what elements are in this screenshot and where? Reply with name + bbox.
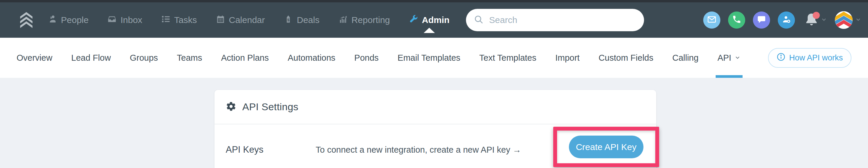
nav-item-label: People bbox=[61, 15, 89, 25]
account-avatar bbox=[835, 11, 852, 29]
chevron-down-icon bbox=[855, 16, 862, 24]
tab-label: Text Templates bbox=[479, 53, 536, 63]
admin-sub-navigation: Overview Lead Flow Groups Teams Action P… bbox=[0, 38, 868, 78]
tab-label: Groups bbox=[130, 53, 158, 63]
top-navigation-bar: People Inbox Tasks Calendar bbox=[0, 2, 868, 38]
envelope-icon bbox=[707, 15, 716, 25]
inbox-icon bbox=[107, 14, 117, 26]
svg-text:$: $ bbox=[287, 17, 289, 22]
admin-api-content: API Settings API Keys To connect a new i… bbox=[0, 78, 868, 168]
tab-action-plans[interactable]: Action Plans bbox=[221, 38, 269, 78]
nav-item-label: Admin bbox=[422, 15, 450, 25]
admin-tabs: Overview Lead Flow Groups Teams Action P… bbox=[17, 38, 741, 78]
nav-item-admin[interactable]: Admin bbox=[409, 14, 450, 26]
brand-logo[interactable] bbox=[18, 12, 34, 28]
account-menu-button[interactable] bbox=[835, 11, 862, 29]
nav-item-people[interactable]: People bbox=[48, 14, 89, 26]
tab-email-templates[interactable]: Email Templates bbox=[398, 38, 460, 78]
add-lead-action-button[interactable] bbox=[778, 11, 795, 29]
tab-calling[interactable]: Calling bbox=[672, 38, 699, 78]
call-action-button[interactable] bbox=[728, 11, 745, 29]
nav-item-inbox[interactable]: Inbox bbox=[107, 14, 142, 26]
chevron-down-icon bbox=[734, 53, 741, 63]
nav-item-label: Tasks bbox=[174, 15, 197, 25]
person-add-icon bbox=[782, 15, 791, 25]
top-nav-items: People Inbox Tasks Calendar bbox=[48, 14, 450, 26]
tab-lead-flow[interactable]: Lead Flow bbox=[71, 38, 111, 78]
tab-label: Custom Fields bbox=[598, 53, 653, 63]
how-api-works-button[interactable]: How API works bbox=[768, 48, 851, 68]
brand-chevrons-logo-icon bbox=[18, 12, 34, 28]
tab-label: Import bbox=[555, 53, 580, 63]
highlight-annotation-box: Create API Key bbox=[553, 127, 659, 167]
email-action-button[interactable] bbox=[703, 11, 720, 29]
active-section-pointer bbox=[424, 28, 435, 33]
bell-icon bbox=[804, 24, 818, 29]
api-keys-label: API Keys bbox=[226, 144, 316, 155]
nav-item-label: Calendar bbox=[229, 15, 265, 25]
tab-label: Calling bbox=[672, 53, 699, 63]
calendar-icon bbox=[216, 14, 225, 26]
tab-label: Lead Flow bbox=[71, 53, 111, 63]
text-message-action-button[interactable] bbox=[753, 11, 770, 29]
search-icon bbox=[474, 14, 484, 26]
tab-label: API bbox=[717, 53, 731, 63]
tab-overview[interactable]: Overview bbox=[17, 38, 52, 78]
window-top-strip bbox=[0, 0, 868, 2]
global-search[interactable] bbox=[466, 9, 644, 31]
nav-item-label: Reporting bbox=[351, 15, 390, 25]
chat-bubble-icon bbox=[757, 15, 766, 25]
people-icon bbox=[48, 14, 57, 26]
reporting-chart-icon bbox=[338, 14, 348, 26]
tab-label: Ponds bbox=[354, 53, 379, 63]
tab-automations[interactable]: Automations bbox=[287, 38, 335, 78]
admin-wrench-icon bbox=[409, 14, 418, 26]
nav-item-reporting[interactable]: Reporting bbox=[338, 14, 390, 26]
tab-groups[interactable]: Groups bbox=[130, 38, 158, 78]
nav-item-deals[interactable]: $ Deals bbox=[284, 14, 319, 26]
phone-icon bbox=[732, 15, 741, 25]
tab-ponds[interactable]: Ponds bbox=[354, 38, 379, 78]
tab-teams[interactable]: Teams bbox=[177, 38, 202, 78]
card-title: API Settings bbox=[242, 101, 299, 113]
tab-label: Email Templates bbox=[398, 53, 460, 63]
nav-item-label: Inbox bbox=[120, 15, 142, 25]
gear-icon bbox=[226, 101, 237, 113]
chevron-down-icon bbox=[821, 16, 827, 24]
create-api-key-button[interactable]: Create API Key bbox=[569, 136, 644, 158]
nav-item-calendar[interactable]: Calendar bbox=[216, 14, 265, 26]
info-icon bbox=[777, 52, 785, 64]
tab-text-templates[interactable]: Text Templates bbox=[479, 38, 536, 78]
notification-unread-dot bbox=[813, 12, 820, 19]
tab-label: Action Plans bbox=[221, 53, 269, 63]
tab-api[interactable]: API bbox=[717, 38, 741, 78]
help-pill-label: How API works bbox=[789, 53, 843, 62]
api-settings-card-header: API Settings bbox=[215, 90, 656, 124]
tasks-icon bbox=[161, 14, 170, 26]
tab-label: Teams bbox=[177, 53, 202, 63]
tab-label: Overview bbox=[17, 53, 52, 63]
deals-tag-icon: $ bbox=[284, 14, 293, 26]
search-input[interactable] bbox=[489, 15, 637, 25]
api-keys-description: To connect a new integration, create a n… bbox=[316, 145, 521, 155]
nav-item-tasks[interactable]: Tasks bbox=[161, 14, 197, 26]
nav-item-label: Deals bbox=[297, 15, 319, 25]
tab-custom-fields[interactable]: Custom Fields bbox=[598, 38, 653, 78]
tab-label: Automations bbox=[287, 53, 335, 63]
top-nav-actions bbox=[703, 11, 862, 29]
tab-import[interactable]: Import bbox=[555, 38, 580, 78]
notifications-button[interactable] bbox=[804, 12, 827, 28]
